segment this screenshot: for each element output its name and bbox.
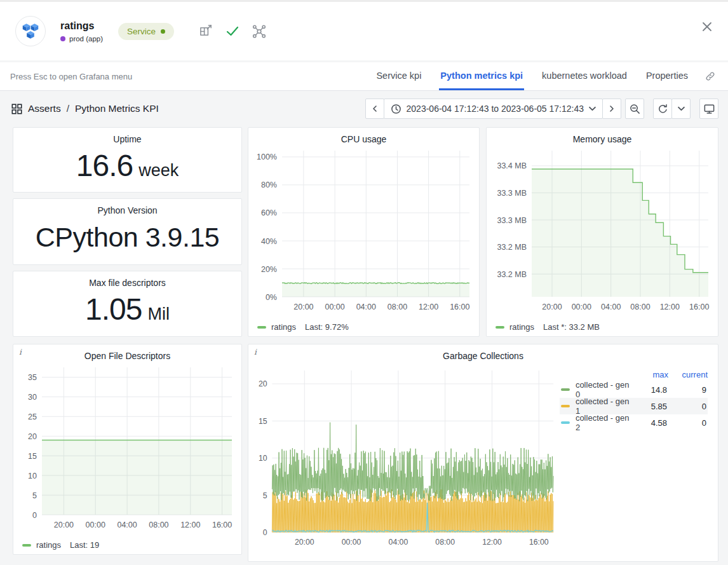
time-range-picker[interactable]: 2023-06-04 17:12:43 to 2023-06-05 17:12:…	[384, 99, 603, 119]
uptime-unit: week	[138, 161, 179, 180]
chevron-down-icon	[589, 106, 596, 111]
refresh-interval-dropdown[interactable]	[671, 99, 691, 119]
link-icon[interactable]	[704, 62, 717, 90]
open-file-descriptors-panel: i Open File Descriptors 3530252015105020…	[13, 344, 242, 555]
tab-kubernetes-workload[interactable]: kubernetes workload	[541, 62, 628, 90]
panel-title[interactable]: Memory usage	[487, 134, 718, 144]
legend-stat: Last *: 33.2 MB	[543, 322, 600, 332]
chart-legend: ratingsLast *: 33.2 MB	[495, 322, 600, 332]
panel-title[interactable]: Uptime	[13, 134, 241, 144]
x-tick-label: 20:00	[295, 538, 314, 547]
legend-table-row[interactable]: collected - gen 014.89	[560, 381, 708, 398]
x-tick-label: 00:00	[572, 303, 591, 311]
x-tick-label: 04:00	[117, 521, 137, 529]
entity-header: ratings prod (app) Service	[0, 2, 728, 60]
panel-title[interactable]: Max file descriptors	[13, 278, 241, 288]
x-tick-label: 08:00	[630, 303, 650, 311]
y-tick-label: 10	[259, 454, 267, 463]
legend-sort-current[interactable]: current	[668, 370, 708, 379]
y-tick-label: 15	[259, 417, 267, 426]
kpi-tabbar: Press Esc to open Grafana menu Service k…	[0, 62, 728, 91]
legend-max-value: 14.8	[635, 385, 667, 395]
close-icon[interactable]	[700, 20, 714, 34]
legend-stat: Last: 9.72%	[305, 322, 349, 332]
x-tick-label: 20:00	[54, 521, 74, 529]
panel-title[interactable]: Garbage Collections	[248, 351, 718, 361]
x-tick-label: 08:00	[435, 538, 455, 547]
legend-current-value: 0	[667, 418, 706, 428]
panel-info-icon[interactable]: i	[254, 348, 257, 357]
assertions-check-icon[interactable]	[225, 24, 240, 39]
max-fd-unit: Mil	[147, 304, 170, 324]
entity-type-badge[interactable]: Service	[118, 23, 174, 40]
cpu-usage-panel: CPU usage 100%80%60%40%20%0%20:0000:0004…	[248, 127, 480, 337]
legend-item[interactable]: ratingsLast *: 33.2 MB	[495, 322, 600, 332]
apps-grid-icon	[11, 104, 22, 114]
badge-label: Service	[127, 27, 156, 36]
memory-usage-panel: Memory usage 33.4 MB33.3 MB33.3 MB33.2 M…	[486, 127, 718, 337]
x-tick-label: 12:00	[180, 521, 200, 529]
breadcrumb-page[interactable]: Python Metrics KPI	[75, 103, 159, 114]
panel-info-icon[interactable]: i	[19, 348, 22, 357]
tab-service-kpi[interactable]: Service kpi	[375, 62, 422, 90]
chart-legend: ratingsLast: 19	[22, 540, 99, 550]
kiosk-mode-button[interactable]	[699, 99, 718, 119]
legend-current-value: 9	[667, 385, 706, 395]
legend-swatch-icon	[495, 326, 504, 329]
legend-series-name[interactable]: ratings	[36, 540, 61, 550]
y-tick-label: 33.3 MB	[497, 189, 527, 198]
panel-title[interactable]: Open File Descriptors	[13, 351, 241, 361]
legend-table-row[interactable]: collected - gen 15.850	[560, 398, 708, 414]
y-tick-label: 60%	[261, 208, 277, 217]
legend-item[interactable]: ratingsLast: 9.72%	[257, 322, 349, 332]
x-tick-label: 16:00	[450, 303, 469, 311]
time-range-text: 2023-06-04 17:12:43 to 2023-06-05 17:12:…	[407, 104, 584, 114]
legend-swatch-icon	[561, 388, 570, 391]
legend-sort-max[interactable]: max	[637, 370, 668, 379]
entity-name: ratings	[60, 20, 103, 32]
legend-swatch-icon	[561, 421, 570, 424]
legend-series-name[interactable]: collected - gen 2	[576, 413, 635, 432]
y-tick-label: 20	[28, 432, 37, 441]
service-logo	[15, 16, 46, 46]
y-tick-label: 40%	[261, 237, 277, 246]
legend-series-name[interactable]: ratings	[271, 322, 296, 332]
zoom-out-button[interactable]	[625, 99, 644, 119]
panel-title[interactable]: CPU usage	[248, 134, 479, 144]
legend-series-name[interactable]: ratings	[509, 322, 534, 332]
entity-graph-button[interactable]	[252, 24, 267, 39]
asserts-entity-drawer: ratings prod (app) Service	[0, 0, 728, 565]
tab-python-metrics-kpi[interactable]: Python metrics kpi	[439, 62, 524, 90]
tab-properties[interactable]: Properties	[645, 62, 689, 90]
x-tick-label: 16:00	[212, 521, 232, 529]
y-tick-label: 10	[28, 472, 37, 480]
dashboard-export-button[interactable]	[198, 24, 213, 39]
legend-table-row[interactable]: collected - gen 24.580	[560, 414, 708, 431]
memory-usage-chart[interactable]: 33.4 MB33.3 MB33.3 MB33.2 MB33.2 MB20:00…	[491, 146, 713, 316]
breadcrumb-separator: /	[67, 103, 69, 114]
cubes-icon	[22, 22, 39, 40]
garbage-collections-chart[interactable]: 2015105020:0000:0004:0008:0012:0016:00	[253, 362, 560, 555]
cpu-usage-chart[interactable]: 100%80%60%40%20%0%20:0000:0004:0008:0012…	[253, 146, 475, 316]
x-tick-label: 20:00	[542, 303, 562, 311]
y-tick-label: 35	[28, 373, 37, 382]
esc-hint: Press Esc to open Grafana menu	[0, 72, 132, 81]
time-shift-forward-button[interactable]	[602, 99, 621, 119]
clock-icon	[391, 104, 401, 114]
y-tick-label: 5	[32, 491, 37, 500]
legend-swatch-icon	[561, 405, 570, 407]
time-shift-back-button[interactable]	[365, 99, 384, 119]
env-label: prod (app)	[69, 35, 103, 43]
legend-item[interactable]: ratingsLast: 19	[22, 540, 99, 550]
breadcrumb: Asserts / Python Metrics KPI	[11, 103, 159, 114]
refresh-button[interactable]	[653, 99, 672, 119]
uptime-panel: Uptime 16.6 week	[13, 127, 242, 193]
python-version-panel: Python Version CPython 3.9.15	[13, 198, 242, 265]
open-file-descriptors-chart[interactable]: 3530252015105020:0000:0004:0008:0012:001…	[18, 362, 237, 534]
max-file-descriptors-panel: Max file descriptors 1.05 Mil	[13, 271, 242, 337]
x-tick-label: 12:00	[482, 538, 502, 547]
breadcrumb-section[interactable]: Asserts	[28, 103, 61, 114]
x-tick-label: 04:00	[601, 303, 621, 311]
x-tick-label: 00:00	[325, 303, 344, 311]
panel-title[interactable]: Python Version	[13, 205, 241, 215]
